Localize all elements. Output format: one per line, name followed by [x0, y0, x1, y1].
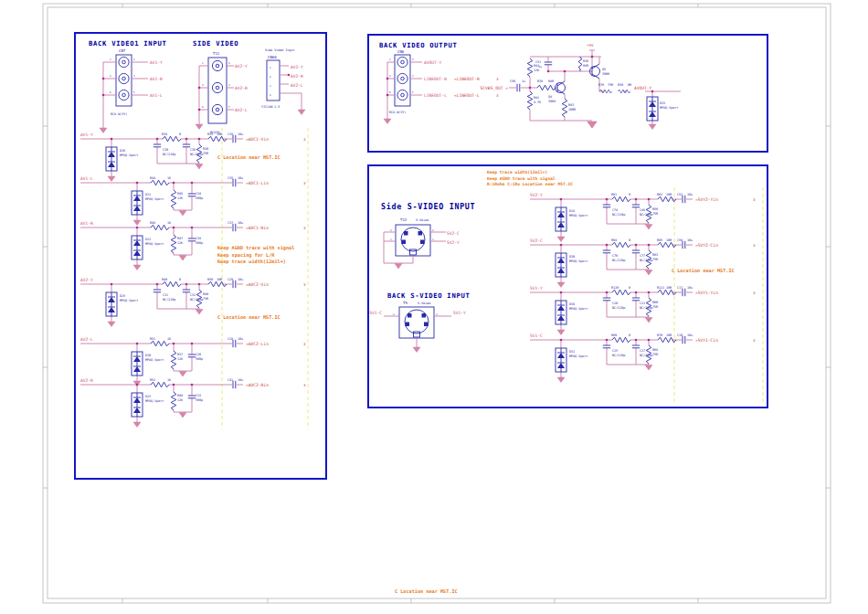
mini-din-connector-icon — [399, 307, 434, 338]
video-output-amplifier: SCVBS_OUT » C50 1u R41 12K R42 4.7K R38 … — [481, 43, 681, 130]
ground-icon — [413, 347, 420, 353]
connector-t12: T12 S-Vdieo 2 1 4 3 SV2-C SV2-Y — [384, 217, 460, 269]
resistor-value: 68R — [548, 79, 555, 83]
keep-note-line: Keep spacing for L/R — [217, 252, 275, 259]
keep-note-line: Keep trace width(12mil+) — [487, 170, 547, 175]
capacitor-value: 10u — [238, 337, 243, 341]
capacitor-ref: C32 — [190, 293, 196, 297]
clamp-diode-icon — [556, 301, 566, 324]
net-label: AV2-L — [291, 83, 303, 88]
ground-icon — [179, 256, 186, 261]
resistor-value: 0 — [629, 193, 630, 196]
capacitor-icon — [233, 224, 236, 231]
capacitor-ref: C31 — [163, 293, 168, 297]
resistor-ref: R35 — [207, 132, 213, 136]
capacitor-value: 10u — [687, 238, 693, 242]
resistor-ref: R52 — [150, 378, 155, 382]
capacitor-value: 10u — [238, 378, 243, 382]
net-label: SV2-Y — [530, 193, 543, 197]
offpage-out-label: »SVY2-Cin — [695, 243, 718, 248]
net-label: SV1-C — [369, 311, 382, 315]
offpage-out-label: »ADC1-Rin — [246, 226, 269, 230]
capacitor-ref: C29 — [228, 278, 233, 281]
capacitor-icon — [233, 281, 236, 288]
pin-number: 6 — [110, 91, 111, 94]
capacitor-ref: C25 — [612, 349, 618, 353]
capacitor-icon — [683, 336, 685, 344]
diode-part: MPAQ-Vport — [569, 307, 587, 311]
resistor-ref: R37 — [177, 353, 183, 356]
capacitor-icon — [545, 62, 552, 65]
resistor-ref: R76 — [598, 83, 604, 87]
panel-title: BACK VIDEO1 INPUT — [89, 39, 166, 48]
panel-title: BACK VIDEO OUTPUT — [379, 41, 457, 49]
connector-part: S-Vdieo — [418, 302, 430, 305]
transistor-part: 3904 — [548, 100, 556, 103]
page-number: 3 — [496, 77, 499, 81]
connector-ref: CN6 — [397, 49, 405, 54]
rca-jack-icon — [119, 73, 129, 83]
panel-back-video-output: BACK VIDEO OUTPUT CN6 1 4 6 2 3 5 AVOUT-… — [368, 35, 767, 152]
capacitor-value: 10u — [687, 333, 693, 337]
diode-part: MPAQ-Vport — [145, 399, 164, 403]
diode-ref: D34 — [569, 302, 575, 306]
filter-row: SV2-C R64 0 R65 10R C58 10u »SVY2-Cin 3 … — [530, 238, 756, 288]
offpage-out-label: »ADC2-Lin — [246, 342, 269, 346]
ground-icon — [108, 176, 115, 182]
rca-jack-icon — [212, 82, 222, 92]
offpage-label: «LINEOUT-R — [454, 77, 480, 81]
resistor-value: 75R — [203, 297, 209, 301]
pin-number: 3 — [133, 75, 135, 78]
diode-part: MPAQ-Vport — [660, 106, 678, 110]
resistor-ref: R62 — [657, 193, 662, 196]
rca-jack-icon — [119, 90, 129, 100]
resistor-value: 75R — [652, 353, 659, 356]
keep-notes: Keep trace width(12mil+) Keep AGND trace… — [487, 170, 573, 186]
resistor-ref: R120 — [611, 286, 619, 290]
diode-part: MPAQ-Vport — [120, 154, 138, 157]
back-svideo-title: BACK S-VIDEO INPUT — [387, 291, 471, 300]
capacitor-icon — [188, 355, 196, 357]
rca-jack-icon — [397, 73, 408, 83]
rca-jack-icon — [212, 104, 222, 114]
net-label: AVOUT-Y — [424, 60, 442, 65]
capacitor-icon — [183, 144, 190, 147]
capacitor-value: NC/220p — [612, 259, 625, 262]
capacitor-ref: C52 — [677, 193, 683, 196]
capacitor-value: 10u — [238, 176, 243, 180]
c-location-note: C Location near MST.IC — [217, 314, 281, 320]
capacitor-value: 560p — [196, 196, 203, 200]
diode-ref: D26 — [120, 149, 125, 153]
ground-icon — [645, 365, 652, 371]
net-label: AV1-Y — [80, 132, 93, 137]
capacitor-icon — [233, 381, 236, 388]
pin-number: 4 — [110, 75, 111, 78]
offpage-label: «LINEOUT-L — [454, 93, 480, 98]
page-number: 3 — [303, 282, 306, 287]
filter-row: AV2-R R52 1K C41 10u »ADC2-Rin 3 D23 MPA… — [80, 378, 306, 428]
net-label: AV2-L — [80, 337, 93, 342]
capacitor-ref: C48 — [640, 208, 645, 212]
resistor-icon — [612, 196, 630, 202]
capacitor-value: NC/220p — [163, 298, 175, 302]
capacitor-icon — [517, 84, 520, 91]
resistor-value: 0 — [179, 132, 181, 136]
capacitor-value: 10u — [238, 132, 243, 136]
resistor-ref: R65 — [657, 238, 662, 242]
connector-part: RCA-W(3Y) — [389, 111, 406, 114]
resistor-ref: R43 — [568, 103, 574, 107]
net-label: AV1-R — [150, 77, 163, 81]
resistor-value: 1K — [167, 337, 172, 341]
capacitor-icon — [683, 241, 685, 249]
resistor-ref: R42 — [534, 96, 539, 100]
capacitor-icon — [233, 179, 236, 186]
pin-number: 1 — [110, 58, 111, 61]
ground-icon — [133, 422, 141, 428]
rca-jack-icon — [212, 60, 222, 70]
capacitor-ref: C34 — [196, 192, 201, 196]
ground-icon — [179, 372, 186, 377]
transistor-q5: Q5 3906 — [590, 64, 610, 79]
resistor-icon — [612, 242, 630, 248]
resistor-value: 0 — [629, 238, 630, 242]
capacitor-ref: C36 — [190, 148, 196, 152]
